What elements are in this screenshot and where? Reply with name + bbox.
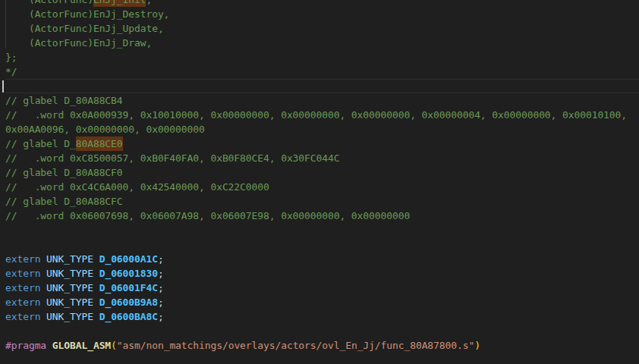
code-token-global: D_0600BA8C: [99, 311, 158, 322]
code-line[interactable]: extern UNK_TYPE D_06001F4C;: [5, 281, 639, 295]
code-line[interactable]: (ActorFunc)EnJj_Draw,: [5, 36, 639, 50]
code-line[interactable]: #pragma GLOBAL_ASM("asm/non_matchings/ov…: [5, 338, 639, 353]
code-editor[interactable]: (ActorFunc)EnJj_Init, (ActorFunc)EnJj_De…: [0, 0, 639, 364]
code-token-comment-hl: EnJj_Init: [93, 0, 146, 7]
code-token-comment: // .word 0xC4C6A000, 0x42540000, 0xC22C0…: [5, 181, 269, 193]
code-line[interactable]: extern UNK_TYPE D_06001830;: [5, 266, 639, 281]
code-token-comment-hl: 80A88CE0: [76, 136, 123, 151]
code-line[interactable]: extern UNK_TYPE D_06000A1C;: [5, 252, 639, 266]
code-token-string: "asm/non_matchings/overlays/actors/ovl_E…: [117, 340, 474, 351]
code-token-comment: // glabel D_80A88CFC: [5, 196, 123, 207]
code-line[interactable]: // glabel D_80A88CB4: [5, 93, 639, 108]
code-token-comment: // .word 0x0A000939, 0x10010000, 0x00000…: [5, 109, 627, 121]
code-line[interactable]: // .word 0xC8500057, 0xB0F40FA0, 0xB0F80…: [5, 151, 639, 165]
code-token-global: D_06001830: [99, 268, 158, 279]
code-token-type: UNK_TYPE: [46, 282, 93, 293]
current-line-highlight[interactable]: [5, 79, 639, 93]
code-token-global: D_06001F4C: [99, 282, 158, 293]
code-token-plain: [93, 311, 99, 322]
code-line[interactable]: // glabel D_80A88CF0: [5, 165, 639, 180]
code-token-comment: };: [5, 52, 17, 63]
code-line[interactable]: extern UNK_TYPE D_0600BA8C;: [5, 309, 639, 324]
code-token-type: UNK_TYPE: [46, 268, 93, 279]
code-token-paren: ): [474, 340, 480, 351]
code-line[interactable]: // glabel D_80A88CFC: [5, 194, 639, 209]
code-token-type: UNK_TYPE: [46, 311, 93, 322]
code-token-comment: (ActorFunc)EnJj_Draw,: [5, 37, 152, 49]
code-line[interactable]: 0x00AA0096, 0x00000000, 0x00000000: [5, 122, 639, 136]
code-token-punct: ;: [158, 282, 164, 293]
code-token-comment: ,: [146, 0, 152, 5]
code-token-comment: // glabel D_: [5, 138, 76, 149]
code-token-keyword: extern: [5, 297, 40, 308]
code-token-comment: // glabel D_80A88CB4: [5, 95, 123, 106]
code-token-punct: ;: [158, 297, 164, 308]
code-line[interactable]: [5, 223, 639, 237]
code-token-global: D_0600B9A8: [99, 297, 158, 308]
code-token-comment: (ActorFunc)EnJj_Update,: [5, 23, 164, 34]
code-line[interactable]: // .word 0x06007698, 0x06007A98, 0x06007…: [5, 209, 639, 223]
code-token-macro: GLOBAL_ASM: [52, 340, 111, 351]
code-line[interactable]: [5, 324, 639, 338]
code-token-plain: [40, 253, 46, 265]
code-token-comment: */: [5, 66, 17, 77]
code-token-comment: (ActorFunc): [5, 0, 93, 5]
code-token-type: UNK_TYPE: [46, 297, 93, 308]
text-cursor: [2, 80, 4, 93]
code-token-comment: // glabel D_80A88CF0: [5, 167, 123, 178]
code-token-plain: [93, 253, 99, 265]
code-token-keyword: extern: [5, 282, 40, 293]
code-token-comment: // .word 0x06007698, 0x06007A98, 0x06007…: [5, 210, 410, 221]
code-token-plain: [93, 268, 99, 279]
code-token-pragma: #pragma: [5, 340, 46, 351]
code-token-plain: [46, 340, 52, 351]
code-line[interactable]: (ActorFunc)EnJj_Update,: [5, 21, 639, 36]
editor-window: { "app": { "kind": "code-editor" }, "col…: [0, 0, 639, 364]
code-line[interactable]: [5, 237, 639, 252]
code-line[interactable]: */: [5, 64, 639, 79]
code-line[interactable]: extern UNK_TYPE D_0600B9A8;: [5, 295, 639, 309]
code-token-plain: [93, 297, 99, 308]
code-line[interactable]: };: [5, 50, 639, 64]
code-token-comment: 0x00AA0096, 0x00000000, 0x00000000: [5, 124, 205, 135]
code-token-plain: [93, 282, 99, 293]
code-line[interactable]: (ActorFunc)EnJj_Init,: [5, 0, 639, 7]
code-token-global: D_06000A1C: [99, 253, 158, 265]
code-line[interactable]: (ActorFunc)EnJj_Destroy,: [5, 7, 639, 21]
code-token-keyword: extern: [5, 253, 40, 265]
code-token-comment: // .word 0xC8500057, 0xB0F40FA0, 0xB0F80…: [5, 152, 339, 164]
code-line[interactable]: // .word 0xC4C6A000, 0x42540000, 0xC22C0…: [5, 180, 639, 194]
code-token-punct: ;: [158, 268, 164, 279]
code-token-punct: ;: [158, 253, 164, 265]
code-token-paren: (: [111, 340, 117, 351]
code-token-keyword: extern: [5, 268, 40, 279]
code-token-type: UNK_TYPE: [46, 253, 93, 265]
code-token-plain: [40, 311, 46, 322]
code-token-keyword: extern: [5, 311, 40, 322]
code-line[interactable]: // .word 0x0A000939, 0x10010000, 0x00000…: [5, 108, 639, 122]
code-token-plain: [40, 282, 46, 293]
code-token-punct: ;: [158, 311, 164, 322]
code-token-comment: (ActorFunc)EnJj_Destroy,: [5, 8, 169, 20]
code-token-plain: [40, 268, 46, 279]
code-token-plain: [40, 297, 46, 308]
code-area[interactable]: (ActorFunc)EnJj_Init, (ActorFunc)EnJj_De…: [0, 0, 639, 364]
code-line[interactable]: [5, 353, 639, 364]
code-line[interactable]: // glabel D_80A88CE0: [5, 136, 639, 151]
